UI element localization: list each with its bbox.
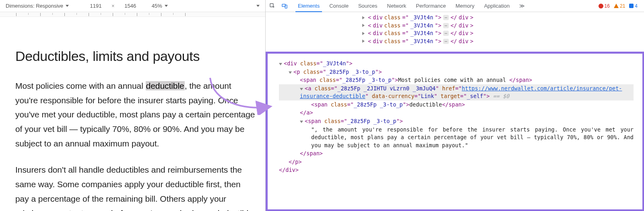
dom-text-node[interactable]: ", the amount you're responsible for bef… [279,125,634,150]
tabs-overflow-icon[interactable]: ≫ [517,3,527,9]
chevron-down-icon [165,5,168,7]
issue-icon [629,4,634,8]
dom-row[interactable]: </p> [279,158,634,166]
toggle-icon[interactable] [300,121,303,123]
warning-icon [614,4,619,8]
dimensions-label: Dimensions: Responsive [6,3,63,9]
tab-console[interactable]: Console [324,0,353,12]
deductible-link[interactable]: deductible [146,81,185,90]
toggle-icon[interactable] [362,32,365,35]
p1-text-after: , the amount you're responsible for befo… [15,81,255,148]
toggle-icon[interactable] [362,24,365,27]
dimensions-dropdown[interactable]: Dimensions: Responsive [6,3,69,9]
highlighted-dom-block: <div class="_3VJt4n"> <p class="_28z5Fp … [266,52,644,211]
warning-count[interactable]: 21 [614,3,625,9]
dom-row-collapsed[interactable]: <div class="_3VJt4n">⋯</div> [362,14,644,22]
console-ref: == $0 [490,93,510,99]
root: Dimensions: Responsive × 45% Deductibles… [0,0,644,211]
dom-row[interactable]: <div class="_3VJt4n"> [279,59,634,68]
article-paragraph-1: Most policies come with an annual deduct… [15,79,256,150]
tab-performance[interactable]: Performance [411,0,450,12]
toggle-icon[interactable] [300,88,303,90]
ruler [0,12,265,17]
tab-application[interactable]: Application [479,0,515,12]
dom-row[interactable]: <p class="_28z5Fp _3-to_p"> [279,68,634,76]
zoom-value: 45% [152,3,162,9]
tab-network[interactable]: Network [382,0,411,12]
dom-row-collapsed[interactable]: <div class="_3VJt4n">⋯</div> [362,22,644,30]
device-mode-icon[interactable] [281,2,288,10]
toggle-icon[interactable] [362,40,365,43]
issue-count[interactable]: 4 [629,3,638,9]
dom-row-collapsed[interactable]: <div class="_3VJt4n">⋯</div> [362,29,644,38]
dom-row[interactable]: <span class="_28z5Fp _3-to_p">Most polic… [279,76,634,84]
height-input[interactable] [120,3,140,9]
dom-row[interactable]: </a> [279,109,634,117]
inspect-icon[interactable] [269,2,276,10]
viewport-pane: Dimensions: Responsive × 45% Deductibles… [0,0,266,211]
article-paragraph-2: Insurers don't all handle deductibles an… [15,163,256,211]
devtools-status: 16 21 4 [599,3,641,9]
svg-rect-0 [270,4,273,7]
width-input[interactable] [86,3,106,9]
chevron-down-icon [66,5,69,7]
times-separator: × [110,3,116,9]
zoom-dropdown[interactable]: 45% [152,3,168,9]
dom-row[interactable]: <span class="_28z5Fp _3-to_p"> [279,117,634,125]
dom-row-collapsed[interactable]: <div class="_3VJt4n">⋯</div> [362,38,644,46]
dom-row[interactable]: </span> [279,149,634,158]
p1-text-before: Most policies come with an annual [15,81,146,90]
dom-row[interactable]: </div> [279,166,634,174]
error-icon [599,4,603,8]
device-toolbar: Dimensions: Responsive × 45% [0,0,265,12]
dom-row[interactable]: <span class="_28z5Fp _3-to_p">deductible… [279,100,634,109]
extra-dropdown[interactable] [256,5,260,7]
error-count[interactable]: 16 [599,3,610,9]
article-heading: Deductibles, limits and payouts [15,48,256,64]
toggle-icon[interactable] [289,71,292,74]
chevron-down-icon [256,5,260,7]
tab-memory[interactable]: Memory [451,0,479,12]
dom-tree[interactable]: <div class="_3VJt4n">⋯</div> <div class=… [266,12,644,211]
devtools-tabbar: Elements Console Sources Network Perform… [266,0,644,12]
page-preview: Deductibles, limits and payouts Most pol… [0,17,265,211]
tab-sources[interactable]: Sources [353,0,382,12]
toggle-icon[interactable] [279,63,282,65]
dom-row-selected[interactable]: <a class="_28z5Fp _2JIHTU vLzrn0 _3mJuQ4… [279,84,634,100]
toggle-icon[interactable] [362,16,365,19]
tab-elements[interactable]: Elements [293,0,324,12]
collapsed-siblings: <div class="_3VJt4n">⋯</div> <div class=… [362,14,644,45]
devtools-pane: Elements Console Sources Network Perform… [266,0,644,211]
